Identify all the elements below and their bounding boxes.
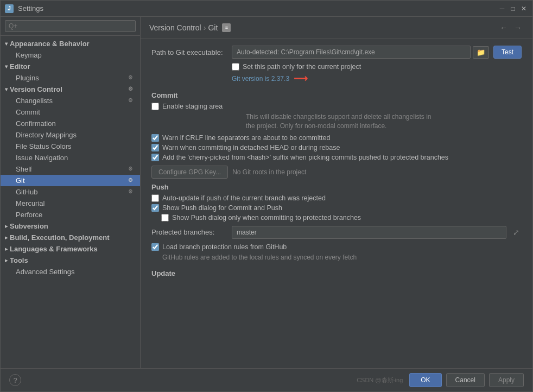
show-push-protected-checkbox[interactable] — [161, 214, 169, 222]
sidebar-item-keymap[interactable]: Keymap — [1, 49, 140, 61]
expand-icon: ▾ — [5, 41, 8, 47]
sidebar-item-perforce[interactable]: Perforce — [1, 209, 140, 220]
help-button[interactable]: ? — [9, 374, 21, 386]
bottom-buttons: OK Cancel Apply — [409, 373, 524, 387]
warn-crlf-row: Warn if CRLF line separators are about t… — [151, 134, 522, 142]
forward-button[interactable]: → — [512, 22, 524, 33]
sidebar-item-file-status-colors[interactable]: File Status Colors — [1, 141, 140, 152]
settings-window: J Settings ─ □ ✕ ▾ Appearance & Behavior — [0, 0, 533, 392]
arrow-annotation: ⟶ — [294, 73, 308, 85]
bottom-bar: ? CSDN @淼斯·ing OK Cancel Apply — [1, 368, 532, 391]
commit-section-label: Commit — [151, 91, 522, 99]
sidebar-item-issue-navigation[interactable]: Issue Navigation — [1, 152, 140, 163]
tab-icon: ≡ — [222, 23, 231, 32]
sidebar-item-github[interactable]: GitHub ⚙ — [1, 186, 140, 198]
sidebar-item-version-control[interactable]: ▾ Version Control ⚙ — [1, 84, 140, 95]
sidebar-item-subversion[interactable]: ▸ Subversion — [1, 220, 140, 232]
current-project-label: Set this path only for the current proje… — [243, 63, 361, 71]
enable-staging-checkbox[interactable] — [151, 103, 159, 110]
settings-icon: ⚙ — [128, 188, 136, 196]
folder-button[interactable]: 📁 — [473, 46, 489, 59]
sidebar-item-label: Languages & Frameworks — [10, 245, 136, 253]
auto-update-checkbox[interactable] — [151, 194, 159, 202]
sidebar-item-label: Tools — [10, 256, 136, 264]
breadcrumb-separator: › — [204, 23, 206, 32]
sidebar-item-label: Advanced Settings — [16, 268, 136, 276]
ok-button[interactable]: OK — [409, 373, 441, 387]
sidebar-item-tools[interactable]: ▸ Tools — [1, 255, 140, 266]
sidebar-item-directory-mappings[interactable]: Directory Mappings — [1, 129, 140, 141]
configure-gpg-button[interactable]: Configure GPG Key... — [151, 166, 228, 179]
show-push-protected-label: Show Push dialog only when committing to… — [172, 214, 361, 222]
title-bar: J Settings ─ □ ✕ — [1, 1, 532, 17]
sidebar-item-commit[interactable]: Commit — [1, 106, 140, 118]
minimize-button[interactable]: ─ — [498, 4, 506, 13]
sidebar-item-build-execution[interactable]: ▸ Build, Execution, Deployment — [1, 232, 140, 243]
settings-icon: ⚙ — [128, 86, 136, 93]
sidebar-item-languages-frameworks[interactable]: ▸ Languages & Frameworks — [1, 243, 140, 255]
expand-icon: ▸ — [5, 246, 8, 252]
current-project-checkbox[interactable] — [232, 63, 239, 71]
sidebar-item-label: Version Control — [10, 85, 128, 93]
settings-icon: ⚙ — [128, 177, 136, 185]
sidebar-item-label: Editor — [10, 62, 136, 71]
sidebar-item-confirmation[interactable]: Confirmation — [1, 118, 140, 129]
add-cherry-checkbox[interactable] — [151, 154, 159, 161]
sidebar-item-changelists[interactable]: Changelists ⚙ — [1, 95, 140, 106]
warn-crlf-checkbox[interactable] — [151, 134, 159, 142]
sidebar-item-editor[interactable]: ▾ Editor — [1, 61, 140, 72]
sidebar-item-plugins[interactable]: Plugins ⚙ — [1, 72, 140, 84]
sidebar-item-label: Changelists — [16, 97, 128, 105]
protected-branches-input[interactable] — [232, 226, 506, 239]
nav-tree: ▾ Appearance & Behavior Keymap ▾ Editor … — [1, 36, 140, 368]
github-rules-text: GitHub rules are added to the local rule… — [151, 253, 522, 262]
load-branch-checkbox[interactable] — [151, 243, 159, 251]
back-button[interactable]: ← — [498, 22, 510, 33]
sidebar-item-shelf[interactable]: Shelf ⚙ — [1, 163, 140, 175]
sidebar-item-label: Keymap — [16, 51, 136, 59]
title-bar-controls: ─ □ ✕ — [498, 4, 528, 13]
sidebar-item-git[interactable]: Git ⚙ — [1, 175, 140, 186]
watermark-text: CSDN @淼斯·ing — [357, 376, 403, 384]
maximize-button[interactable]: □ — [509, 4, 517, 13]
search-input[interactable] — [5, 20, 136, 32]
test-button[interactable]: Test — [493, 46, 522, 59]
sidebar-item-appearance-behavior[interactable]: ▾ Appearance & Behavior — [1, 38, 140, 49]
search-box — [1, 17, 140, 36]
show-push-checkbox[interactable] — [151, 204, 159, 212]
sidebar-item-label: Commit — [16, 108, 136, 116]
expand-protected-button[interactable]: ⤢ — [511, 227, 522, 238]
warn-detached-checkbox[interactable] — [151, 144, 159, 151]
cancel-button[interactable]: Cancel — [446, 373, 485, 387]
auto-update-row: Auto-update if push of the current branc… — [151, 194, 522, 202]
sidebar-item-mercurial[interactable]: Mercurial — [1, 198, 140, 209]
expand-icon: ▸ — [5, 235, 8, 241]
path-input-wrap: 📁 — [232, 46, 489, 59]
current-project-row: Set this path only for the current proje… — [151, 63, 522, 71]
close-button[interactable]: ✕ — [519, 4, 528, 13]
sidebar-item-label: File Status Colors — [16, 142, 136, 150]
load-branch-label: Load branch protection rules from GitHub — [162, 243, 287, 251]
settings-icon: ⚙ — [128, 166, 136, 173]
gear-icon: ⚙ — [128, 74, 136, 82]
warn-crlf-label: Warn if CRLF line separators are about t… — [162, 134, 330, 142]
expand-icon: ▸ — [5, 257, 8, 263]
sidebar-item-label: Mercurial — [16, 199, 136, 207]
add-cherry-label: Add the 'cherry-picked from <hash>' suff… — [162, 154, 448, 161]
sidebar-item-advanced-settings[interactable]: Advanced Settings — [1, 266, 140, 277]
path-label: Path to Git executable: — [151, 48, 227, 56]
load-branch-row: Load branch protection rules from GitHub — [151, 243, 522, 251]
path-input[interactable] — [232, 46, 471, 59]
apply-button[interactable]: Apply — [489, 373, 524, 387]
warn-detached-label: Warn when committing in detached HEAD or… — [162, 144, 340, 151]
show-push-protected-row: Show Push dialog only when committing to… — [151, 214, 522, 222]
sidebar-item-label: Confirmation — [16, 119, 136, 128]
show-push-row: Show Push dialog for Commit and Push — [151, 204, 522, 212]
sidebar-item-label: Issue Navigation — [16, 154, 136, 162]
sidebar-item-label: Git — [16, 176, 128, 185]
enable-staging-label: Enable staging area — [162, 103, 223, 110]
content-header: Version Control › Git ≡ ← → — [141, 17, 532, 39]
main-content: Version Control › Git ≡ ← → Path to Git … — [141, 17, 532, 368]
app-icon: J — [5, 4, 14, 13]
git-version-row: Git version is 2.37.3 ⟶ — [151, 73, 522, 85]
